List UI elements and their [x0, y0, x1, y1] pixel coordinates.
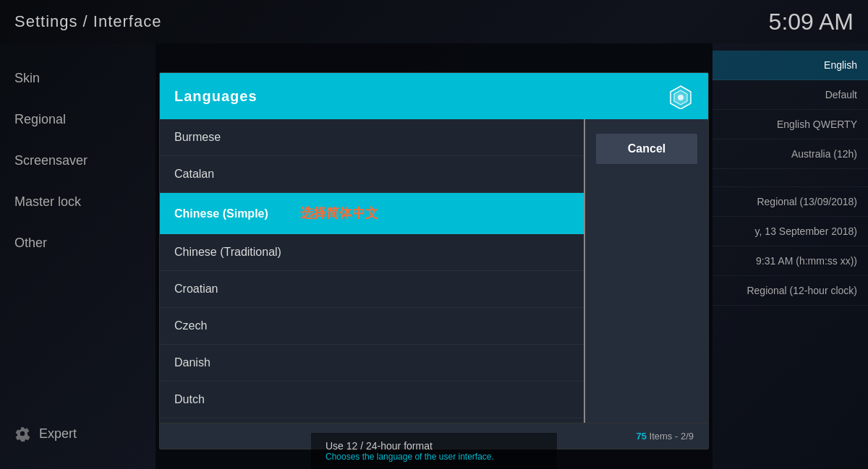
lang-czech[interactable]: Czech — [160, 308, 584, 345]
sidebar-item-masterlock[interactable]: Master lock — [0, 181, 156, 223]
dialog-header: Languages — [160, 73, 708, 119]
clock: 5:09 AM — [769, 9, 854, 35]
lang-chinese-simple[interactable]: Chinese (Simple) 选择简体中文 — [160, 193, 584, 234]
items-count-text: Items - 2/9 — [650, 431, 694, 442]
right-item-long-date[interactable]: y, 13 September 2018) — [712, 217, 868, 246]
sidebar-item-skin[interactable]: Skin — [0, 58, 156, 99]
page-title: Settings / Interface — [14, 12, 161, 31]
bottom-label: Use 12 / 24-hour format — [326, 440, 542, 452]
lang-english[interactable]: English — [160, 418, 584, 423]
right-item-australia[interactable]: Australia (12h) — [712, 139, 868, 169]
items-count-highlight: 75 — [636, 431, 646, 442]
dialog-title: Languages — [174, 88, 258, 105]
svg-point-2 — [678, 95, 684, 100]
right-item-empty — [712, 169, 868, 187]
expert-label: Expert — [39, 426, 77, 442]
language-list[interactable]: Burmese Catalan Chinese (Simple) 选择简体中文 … — [160, 119, 585, 423]
top-header: Settings / Interface 5:09 AM — [0, 0, 868, 43]
dialog-overlay: Languages Burmese Catalan Chinese (Simpl… — [156, 43, 712, 469]
lang-catalan[interactable]: Catalan — [160, 156, 584, 193]
lang-dutch[interactable]: Dutch — [160, 382, 584, 418]
right-item-time[interactable]: 9:31 AM (h:mm:ss xx)) — [712, 246, 868, 276]
sidebar-item-screensaver[interactable]: Screensaver — [0, 140, 156, 181]
kodi-logo-icon — [668, 83, 694, 109]
right-panel: English Default English QWERTY Australia… — [712, 43, 868, 469]
items-count: 75 Items - 2/9 — [636, 431, 694, 442]
lang-croatian[interactable]: Croatian — [160, 271, 584, 308]
gear-icon — [14, 426, 30, 442]
bottom-info: Use 12 / 24-hour format Chooses the lang… — [311, 433, 557, 469]
right-item-regional-date[interactable]: Regional (13/09/2018) — [712, 187, 868, 217]
lang-chinese-traditional[interactable]: Chinese (Traditional) — [160, 234, 584, 271]
bottom-desc: Chooses the language of the user interfa… — [326, 452, 542, 462]
lang-annotation: 选择简体中文 — [300, 206, 378, 220]
lang-label: Chinese (Simple) — [174, 207, 268, 220]
dialog-actions: Cancel — [585, 119, 708, 423]
sidebar-item-regional[interactable]: Regional — [0, 99, 156, 140]
sidebar-item-expert[interactable]: Expert — [0, 413, 156, 455]
right-item-regional-clock[interactable]: Regional (12-hour clock) — [712, 276, 868, 306]
cancel-button[interactable]: Cancel — [596, 134, 697, 164]
main-area: Languages Burmese Catalan Chinese (Simpl… — [156, 43, 712, 469]
languages-dialog: Languages Burmese Catalan Chinese (Simpl… — [159, 72, 709, 449]
right-item-default[interactable]: Default — [712, 80, 868, 110]
right-item-english[interactable]: English — [712, 51, 868, 80]
right-item-qwerty[interactable]: English QWERTY — [712, 110, 868, 139]
lang-burmese[interactable]: Burmese — [160, 119, 584, 156]
dialog-body: Burmese Catalan Chinese (Simple) 选择简体中文 … — [160, 119, 708, 423]
lang-danish[interactable]: Danish — [160, 345, 584, 382]
sidebar-item-other[interactable]: Other — [0, 223, 156, 264]
sidebar: Skin Regional Screensaver Master lock Ot… — [0, 43, 156, 469]
